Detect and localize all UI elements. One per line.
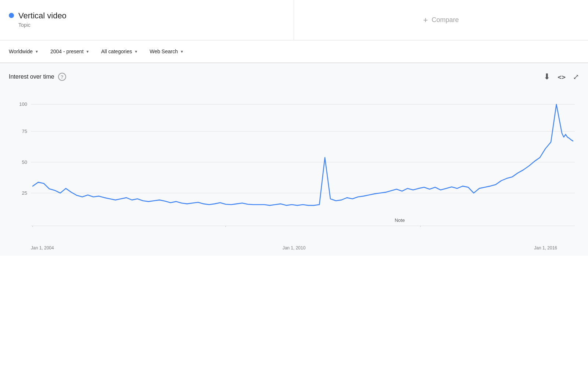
compare-plus-icon: + <box>423 15 428 25</box>
x-label-2016: Jan 1, 2016 <box>534 245 557 251</box>
chart-title-area: Interest over time ? <box>9 73 66 81</box>
location-dropdown-arrow: ▼ <box>35 50 39 54</box>
chart-header: Interest over time ? ⬇ <> ⤢ <box>9 72 579 82</box>
term-dot <box>9 13 14 18</box>
svg-text:100: 100 <box>19 101 27 107</box>
filter-categories-label: All categories <box>101 48 132 54</box>
search-type-dropdown-arrow: ▼ <box>180 50 184 54</box>
x-label-2010: Jan 1, 2010 <box>283 245 306 251</box>
compare-label: Compare <box>431 16 459 24</box>
filter-location[interactable]: Worldwide ▼ <box>9 46 44 57</box>
chart-section: Interest over time ? ⬇ <> ⤢ 100 75 <box>0 63 588 256</box>
filter-location-label: Worldwide <box>9 48 33 54</box>
chart-title: Interest over time <box>9 73 54 80</box>
filter-bar: Worldwide ▼ 2004 - present ▼ All categor… <box>0 40 588 63</box>
chart-container: 100 75 50 25 Note <box>9 89 579 243</box>
svg-text:Note: Note <box>395 217 405 223</box>
help-icon[interactable]: ? <box>58 73 66 81</box>
filter-search-type[interactable]: Web Search ▼ <box>150 46 190 57</box>
chart-svg: 100 75 50 25 Note <box>9 89 579 243</box>
share-icon[interactable]: ⤢ <box>573 72 579 81</box>
filter-search-type-label: Web Search <box>150 48 178 54</box>
svg-rect-0 <box>9 89 579 243</box>
chart-actions: ⬇ <> ⤢ <box>544 72 579 82</box>
embed-icon[interactable]: <> <box>557 73 566 81</box>
svg-text:25: 25 <box>22 190 27 195</box>
period-dropdown-arrow: ▼ <box>86 50 89 54</box>
term-name: Vertical video <box>18 11 67 21</box>
compare-area[interactable]: + Compare <box>294 0 588 40</box>
term-text-block: Vertical video Topic <box>18 11 67 28</box>
svg-text:50: 50 <box>22 159 27 165</box>
categories-dropdown-arrow: ▼ <box>134 50 138 54</box>
x-axis-labels: Jan 1, 2004 Jan 1, 2010 Jan 1, 2016 <box>9 243 579 256</box>
search-header: Vertical video Topic + Compare <box>0 0 588 40</box>
download-icon[interactable]: ⬇ <box>544 72 550 82</box>
search-term-area: Vertical video Topic <box>0 0 294 40</box>
svg-text:75: 75 <box>22 128 27 134</box>
filter-period-label: 2004 - present <box>50 48 83 54</box>
term-type: Topic <box>18 22 67 28</box>
x-label-2004: Jan 1, 2004 <box>31 245 54 251</box>
filter-period[interactable]: 2004 - present ▼ <box>50 46 95 57</box>
filter-categories[interactable]: All categories ▼ <box>101 46 144 57</box>
